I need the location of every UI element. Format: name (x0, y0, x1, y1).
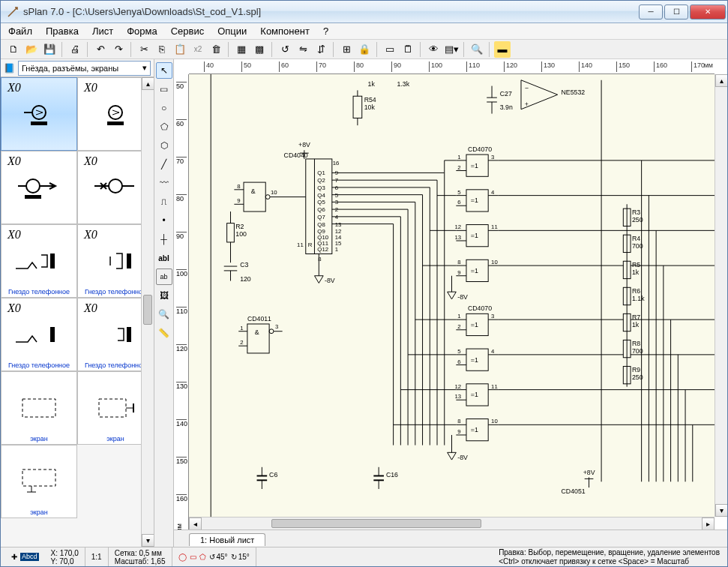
redo-icon[interactable]: ↷ (110, 41, 127, 58)
line-tool-icon[interactable]: ╱ (156, 156, 172, 172)
mirror-h-icon[interactable]: ⇋ (295, 41, 311, 58)
svg-text:6: 6 (457, 199, 460, 206)
cut-icon[interactable]: ✂ (136, 41, 152, 58)
x2-icon[interactable]: x2 (190, 41, 206, 58)
wire-tool-icon[interactable]: ⎍ (156, 194, 172, 210)
menu-service[interactable]: Сервис (171, 26, 205, 37)
text-tool-icon[interactable]: abI (156, 250, 172, 266)
new-icon[interactable]: 🗋 (5, 41, 22, 58)
library-item[interactable]: X0 Гнездо телефонное (1, 298, 77, 371)
sheet-dropdown-icon[interactable]: ▤▾ (443, 41, 460, 58)
delete-icon[interactable]: 🗑 (208, 41, 224, 58)
pentagon-icon[interactable]: ⬠ (199, 553, 206, 561)
front-icon[interactable]: ▦ (233, 41, 250, 58)
svg-text:1: 1 (457, 313, 460, 320)
paste-icon[interactable]: 📋 (172, 41, 188, 58)
print-icon[interactable]: 🖨 (67, 41, 83, 58)
lock-icon[interactable]: 🔒 (356, 41, 373, 58)
svg-text:3: 3 (491, 154, 494, 160)
curve-tool-icon[interactable]: 〰 (156, 175, 172, 191)
save-icon[interactable]: 💾 (41, 41, 58, 58)
svg-rect-12 (50, 254, 55, 268)
rect-tool-icon[interactable]: ▭ (156, 81, 172, 98)
select-rect-icon[interactable]: ▭ (382, 41, 398, 58)
scroll-down-icon[interactable]: ▾ (715, 504, 727, 517)
rotate-15-button[interactable]: ↻15° (231, 553, 250, 561)
schematic-canvas[interactable]: 1k 1.3k R54 10k C27 3.9n NE5532 − + (189, 74, 715, 517)
node-tool-icon[interactable]: • (156, 212, 172, 229)
scrollbar-thumb[interactable] (143, 295, 152, 325)
zoom-icon[interactable]: 🔍 (469, 41, 485, 58)
horizontal-ruler: 40 50 60 70 80 90 100 110 120 130 140 15… (189, 59, 715, 74)
scroll-right-icon[interactable]: ▸ (702, 518, 715, 530)
maximize-button[interactable]: ☐ (664, 4, 688, 20)
shape-tool-icon[interactable]: ⬡ (156, 137, 172, 154)
group-icon[interactable]: ⊞ (338, 41, 355, 58)
library-scrollbar[interactable]: ▴ ▾ (141, 77, 154, 547)
scroll-up-icon[interactable]: ▴ (142, 77, 154, 90)
scroll-up-icon[interactable]: ▴ (715, 74, 727, 87)
open-icon[interactable]: 📂 (23, 41, 40, 58)
scroll-left-icon[interactable]: ◂ (189, 518, 202, 530)
measure-tool-icon[interactable]: 📏 (156, 325, 172, 341)
menu-sheet[interactable]: Лист (92, 26, 113, 37)
status-grid: Сетка: 0,5 мм (115, 549, 166, 557)
canvas-scrollbar-horizontal[interactable]: ◂ ▸ (189, 517, 715, 530)
svg-text:1.1k: 1.1k (632, 295, 645, 302)
svg-rect-6 (25, 195, 41, 199)
snap-cross-icon[interactable]: ✚ (11, 553, 17, 561)
textbox-tool-icon[interactable]: ab (156, 268, 172, 285)
canvas-scrollbar-vertical[interactable]: ▴ ▾ (715, 74, 727, 517)
rotate-45-button[interactable]: ↺45° (209, 553, 228, 561)
svg-text:Q8: Q8 (317, 221, 325, 228)
menu-form[interactable]: Форма (127, 26, 157, 37)
back-icon[interactable]: ▩ (251, 41, 268, 58)
svg-text:&: & (255, 328, 259, 336)
canvas-area: 40 50 60 70 80 90 100 110 120 130 140 15… (174, 59, 727, 547)
image-tool-icon[interactable]: 🖼 (156, 287, 172, 304)
copy-icon[interactable]: ⎘ (154, 41, 170, 58)
undo-icon[interactable]: ↶ (92, 41, 109, 58)
app-icon (7, 6, 19, 18)
svg-text:10: 10 (271, 189, 277, 196)
sheet-tab[interactable]: 1: Новый лист (189, 533, 265, 546)
library-category-label: Гнёзда, разъёмы, экраны (22, 64, 118, 73)
menu-component[interactable]: Компонент (260, 26, 310, 37)
svg-rect-13 (127, 254, 131, 268)
zoom-tool-icon[interactable]: 🔍 (156, 306, 172, 322)
library-category-combo[interactable]: Гнёзда, разъёмы, экраны ▾ (18, 61, 151, 76)
library-item[interactable]: X0 (1, 151, 77, 224)
list-icon[interactable]: 🗒 (400, 41, 416, 58)
red-rect-icon[interactable]: ▭ (190, 553, 196, 561)
minimize-button[interactable]: ─ (639, 4, 663, 20)
svg-text:R54: R54 (364, 96, 376, 104)
mirror-v-icon[interactable]: ⇵ (313, 41, 329, 58)
library-item[interactable]: X0 (1, 77, 77, 151)
phone-jack-icon (89, 320, 142, 350)
snap-text-icon[interactable]: Abcd (20, 553, 39, 561)
svg-text:R2: R2 (235, 223, 244, 230)
highlight-icon[interactable]: ▬ (494, 41, 511, 58)
circle-tool-icon[interactable]: ○ (156, 100, 172, 116)
svg-text:Q5: Q5 (317, 199, 325, 206)
scrollbar-thumb[interactable] (271, 519, 481, 528)
red-circle-icon[interactable]: ◯ (178, 553, 187, 561)
svg-text:8: 8 (457, 259, 460, 266)
menu-help[interactable]: ? (323, 26, 328, 37)
svg-text:1k: 1k (632, 268, 640, 276)
library-item[interactable]: экран (1, 445, 77, 518)
rotate-left-icon[interactable]: ↺ (277, 41, 293, 58)
library-item[interactable]: X0 Гнездо телефонное (1, 224, 77, 298)
scroll-down-icon[interactable]: ▾ (142, 534, 154, 547)
junction-tool-icon[interactable]: ┼ (156, 231, 172, 248)
svg-text:1k: 1k (368, 80, 376, 88)
svg-text:100: 100 (235, 230, 247, 238)
close-button[interactable]: ✕ (690, 4, 726, 20)
menu-edit[interactable]: Правка (46, 26, 79, 37)
menu-options[interactable]: Опции (217, 26, 247, 37)
pointer-tool-icon[interactable]: ↖ (156, 62, 172, 79)
polygon-tool-icon[interactable]: ⬠ (156, 118, 172, 135)
menu-file[interactable]: Файл (8, 26, 32, 37)
library-item[interactable]: экран (1, 371, 77, 445)
search-icon[interactable]: 👁 (425, 41, 442, 58)
